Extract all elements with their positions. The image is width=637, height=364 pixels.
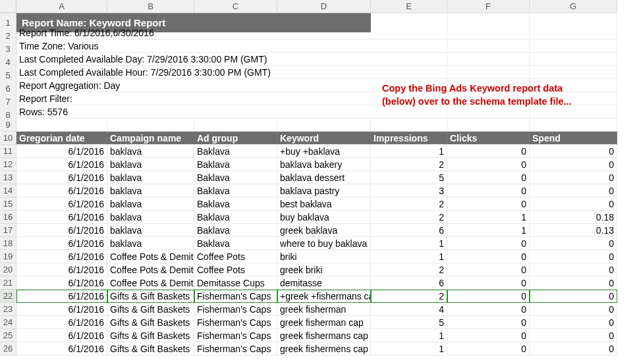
empty-cell[interactable] [530,118,617,132]
data-cell[interactable]: 1 [447,211,530,224]
data-cell[interactable]: 0 [447,290,530,303]
data-cell[interactable]: 6/1/2016 [16,197,107,211]
data-cell[interactable]: Gifts & Gift Baskets [107,342,194,355]
data-cell[interactable]: 1 [371,250,447,263]
data-cell[interactable]: Baklava [194,237,277,250]
table-header[interactable]: Impressions [371,132,447,145]
data-cell[interactable]: best baklava [277,197,371,211]
data-cell[interactable]: baklava [107,197,194,211]
data-cell[interactable]: 0 [530,237,617,250]
data-cell[interactable]: 2 [371,158,447,171]
row-header[interactable]: 26 [0,342,16,355]
col-header-C[interactable]: C [194,0,277,13]
data-cell[interactable]: 3 [371,184,447,197]
data-cell[interactable]: 0 [530,145,617,158]
data-cell[interactable]: Coffee Pots & Demitasse Cups [107,276,194,290]
data-cell[interactable]: Baklava [194,145,277,158]
col-header-F[interactable]: F [447,0,530,13]
data-cell[interactable]: baklava pastry [277,184,371,197]
row-header[interactable]: 21 [0,276,16,290]
data-cell[interactable]: greek fisherman [277,303,371,316]
data-cell[interactable]: 0 [530,263,617,276]
data-cell[interactable]: Baklava [194,224,277,237]
row-header[interactable]: 16 [0,211,16,224]
data-cell[interactable]: Gifts & Gift Baskets [107,290,194,303]
data-cell[interactable]: 4 [371,303,447,316]
data-cell[interactable]: Coffee Pots [194,250,277,263]
data-cell[interactable]: 0 [447,303,530,316]
data-cell[interactable]: 0 [447,184,530,197]
data-cell[interactable]: 0 [447,316,530,329]
data-cell[interactable]: 6/1/2016 [16,224,107,237]
data-cell[interactable]: 0 [447,171,530,184]
data-cell[interactable]: 6/1/2016 [16,237,107,250]
data-cell[interactable]: Gifts & Gift Baskets [107,303,194,316]
data-cell[interactable]: 5 [371,171,447,184]
data-cell[interactable]: baklava bakery [277,158,371,171]
data-cell[interactable]: baklava [107,237,194,250]
data-cell[interactable]: demitasse [277,276,371,290]
data-cell[interactable]: 6 [371,224,447,237]
row-header[interactable]: 9 [0,118,16,132]
data-cell[interactable]: Baklava [194,158,277,171]
data-cell[interactable]: 0 [530,250,617,263]
data-cell[interactable]: 0 [447,237,530,250]
data-cell[interactable]: baklava [107,158,194,171]
data-cell[interactable]: 0 [447,276,530,290]
data-cell[interactable]: Fisherman's Caps [194,342,277,355]
data-cell[interactable]: 0 [530,316,617,329]
data-cell[interactable]: 1 [371,342,447,355]
col-header-G[interactable]: G [530,0,617,13]
data-cell[interactable]: 2 [371,211,447,224]
data-cell[interactable]: +greek +fishermans cap [277,290,371,303]
data-cell[interactable]: Coffee Pots & Demitasse Cups [107,263,194,276]
data-cell[interactable]: 0 [530,290,617,303]
data-cell[interactable]: Fisherman's Caps [194,316,277,329]
data-cell[interactable]: +buy +baklava [277,145,371,158]
data-cell[interactable]: 6/1/2016 [16,329,107,342]
data-cell[interactable]: 0 [447,145,530,158]
data-cell[interactable]: baklava dessert [277,171,371,184]
select-all-corner[interactable] [0,0,16,13]
data-cell[interactable]: 6/1/2016 [16,290,107,303]
row-header[interactable]: 10 [0,132,16,145]
col-header-B[interactable]: B [107,0,194,13]
data-cell[interactable]: 6/1/2016 [16,250,107,263]
data-cell[interactable]: 0 [447,329,530,342]
data-cell[interactable]: Baklava [194,184,277,197]
data-cell[interactable]: 0.18 [530,211,617,224]
data-cell[interactable]: 0 [530,303,617,316]
data-cell[interactable]: 0 [447,342,530,355]
col-header-A[interactable]: A [16,0,107,13]
data-cell[interactable]: 0 [530,329,617,342]
table-header[interactable]: Keyword [277,132,371,145]
data-cell[interactable]: Fisherman's Caps [194,290,277,303]
data-cell[interactable]: greek fisherman cap [277,316,371,329]
data-cell[interactable]: 0 [530,184,617,197]
data-cell[interactable]: 6/1/2016 [16,184,107,197]
row-header[interactable]: 19 [0,250,16,263]
row-header[interactable]: 24 [0,316,16,329]
row-header[interactable]: 20 [0,263,16,276]
data-cell[interactable]: 2 [371,263,447,276]
data-cell[interactable]: 6/1/2016 [16,145,107,158]
data-cell[interactable]: Gifts & Gift Baskets [107,316,194,329]
data-cell[interactable]: 0 [447,263,530,276]
data-cell[interactable]: 6/1/2016 [16,211,107,224]
data-cell[interactable]: 5 [371,316,447,329]
data-cell[interactable]: Coffee Pots & Demitasse Cups [107,250,194,263]
table-header[interactable]: Ad group [194,132,277,145]
data-cell[interactable]: Coffee Pots [194,263,277,276]
row-header[interactable]: 13 [0,171,16,184]
data-cell[interactable]: 2 [371,197,447,211]
empty-cell[interactable] [16,118,107,132]
row-header[interactable]: 15 [0,197,16,211]
data-cell[interactable]: Baklava [194,171,277,184]
data-cell[interactable]: greek fishermens cap [277,342,371,355]
data-cell[interactable]: buy baklava [277,211,371,224]
empty-cell[interactable] [194,118,277,132]
data-cell[interactable]: 1 [371,145,447,158]
data-cell[interactable]: greek briki [277,263,371,276]
data-cell[interactable]: Demitasse Cups [194,276,277,290]
data-cell[interactable]: Fisherman's Caps [194,303,277,316]
